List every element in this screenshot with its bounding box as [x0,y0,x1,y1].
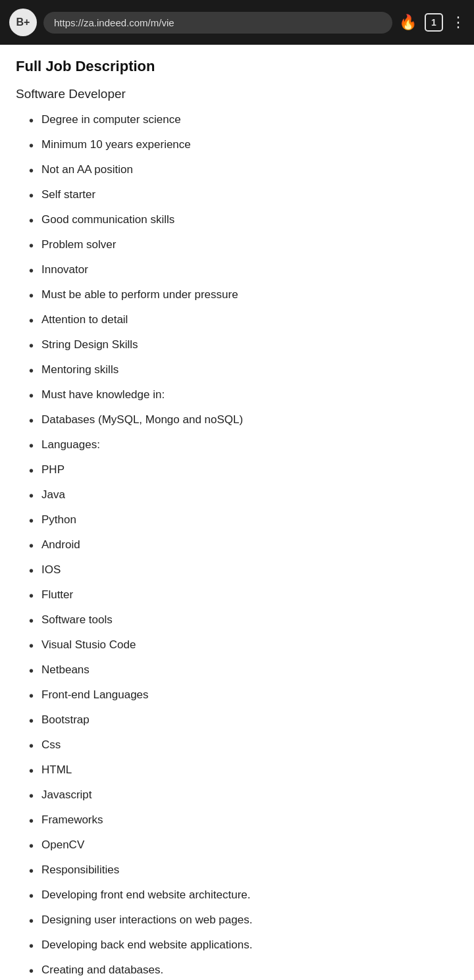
list-item: Frameworks [29,812,458,831]
list-item: Software tools [29,612,458,631]
list-item: Flutter [29,587,458,606]
list-item: String Design Skills [29,337,458,355]
browser-toolbar: 🔥 1 ⋮ [399,13,465,32]
list-item: Visual Stusio Code [29,637,458,656]
fire-icon[interactable]: 🔥 [399,14,417,31]
list-item: Degree in computer science [29,112,458,130]
list-item: Good communication skills [29,212,458,230]
list-item: Mentoring skills [29,362,458,380]
list-item: Languages: [29,437,458,455]
list-item: Creating and databases. [29,962,458,980]
list-item: Problem solver [29,237,458,255]
list-item: Must have knowledge in: [29,387,458,405]
list-item: Not an AA position [29,162,458,180]
list-item: Android [29,537,458,555]
list-item: Front-end Languages [29,687,458,706]
list-item: Python [29,512,458,530]
url-bar[interactable]: https://za.indeed.com/m/vie [43,12,392,34]
list-item: PHP [29,462,458,480]
job-role-label: Software Developer [16,87,458,101]
list-item: Css [29,737,458,756]
list-item: Must be able to perform under pressure [29,287,458,305]
list-item: IOS [29,562,458,580]
browser-logo: B+ [9,9,37,36]
list-item: Developing front end website architectur… [29,887,458,906]
list-item: Innovator [29,262,458,280]
browser-chrome: B+ https://za.indeed.com/m/vie 🔥 1 ⋮ [0,0,474,45]
tab-count-badge[interactable]: 1 [425,13,443,32]
list-item: Responsibilities [29,862,458,881]
list-item: Java [29,487,458,505]
list-item: HTML [29,762,458,781]
list-item: Minimum 10 years experience [29,137,458,155]
list-item: Bootstrap [29,712,458,731]
more-menu-icon[interactable]: ⋮ [451,14,465,31]
list-item: Attention to detail [29,312,458,330]
list-item: Databases (MySQL, Mongo and noSQL) [29,412,458,430]
list-item: Javascript [29,787,458,806]
list-item: Designing user interactions on web pages… [29,912,458,931]
page-title: Full Job Description [16,58,458,75]
list-item: Netbeans [29,662,458,681]
page-content: Full Job Description Software Developer … [0,45,474,980]
list-item: Self starter [29,187,458,205]
list-item: OpenCV [29,837,458,856]
requirements-list: Degree in computer scienceMinimum 10 yea… [29,112,458,980]
list-item: Developing back end website applications… [29,937,458,956]
